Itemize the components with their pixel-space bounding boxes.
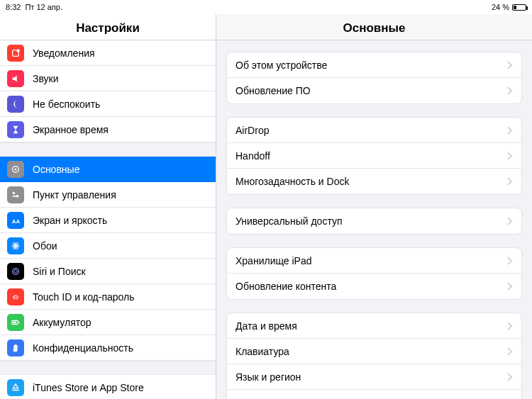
main-scroll[interactable]: Об этом устройстве Обновление ПО AirDrop…: [216, 40, 532, 399]
battery-settings-icon: [7, 314, 24, 331]
sidebar-item-label: Конфиденциальность: [33, 342, 133, 354]
sounds-icon: [7, 70, 24, 87]
sidebar-item-dnd[interactable]: Не беспокоить: [0, 91, 216, 117]
status-bar: 8:32 Пт 12 апр. 24 %: [0, 0, 532, 14]
sidebar-group-separator: [0, 142, 216, 157]
battery-pct: 24 %: [492, 3, 509, 11]
sidebar-item-appstore[interactable]: iTunes Store и App Store: [0, 375, 216, 399]
hourglass-icon: [7, 121, 24, 138]
battery-icon: [512, 4, 526, 11]
row-label: Язык и регион: [235, 371, 301, 383]
sidebar-list[interactable]: Уведомления Звуки Не беспокоить Экранное…: [0, 40, 216, 399]
wallpaper-icon: [7, 237, 24, 254]
settings-sidebar: Настройки Уведомления Звуки Не беспокоит…: [0, 14, 216, 399]
sidebar-item-label: Аккумулятор: [33, 317, 92, 328]
sidebar-item-sounds[interactable]: Звуки: [0, 66, 216, 91]
row-label: Хранилище iPad: [235, 255, 312, 266]
row-label: Универсальный доступ: [235, 215, 343, 227]
sidebar-item-siri[interactable]: Siri и Поиск: [0, 259, 216, 284]
row-handoff[interactable]: Handoff: [227, 143, 521, 169]
sidebar-item-label: Основные: [33, 164, 79, 175]
chevron-right-icon: [507, 373, 513, 381]
sidebar-item-battery[interactable]: Аккумулятор: [0, 310, 216, 335]
settings-group: Об этом устройстве Обновление ПО: [226, 52, 522, 104]
chevron-right-icon: [507, 86, 513, 95]
sidebar-item-privacy[interactable]: Конфиденциальность: [0, 335, 216, 361]
main-title: Основные: [216, 14, 532, 40]
settings-group: Универсальный доступ: [226, 208, 522, 235]
status-time: 8:32: [6, 3, 21, 11]
fingerprint-icon: [7, 288, 24, 305]
row-label: Об этом устройстве: [235, 60, 327, 71]
sidebar-item-label: Пункт управления: [33, 189, 116, 201]
sidebar-item-label: Уведомления: [33, 47, 95, 59]
sidebar-item-touchid[interactable]: Touch ID и код-пароль: [0, 284, 216, 310]
display-icon: AA: [7, 212, 24, 229]
sidebar-item-label: Экранное время: [33, 124, 109, 135]
row-label: AirDrop: [235, 125, 269, 136]
sidebar-item-label: Обои: [33, 240, 57, 252]
main-panel: Основные Об этом устройстве Обновление П…: [216, 14, 532, 399]
sidebar-group-separator: [0, 361, 216, 375]
status-date: Пт 12 апр.: [25, 3, 62, 11]
sidebar-item-label: Не беспокоить: [33, 99, 100, 110]
sidebar-item-label: Touch ID и код-пароль: [33, 291, 135, 303]
svg-point-13: [14, 269, 17, 272]
chevron-right-icon: [507, 61, 513, 69]
row-label: Обновление контента: [235, 281, 336, 292]
sidebar-item-notifications[interactable]: Уведомления: [0, 40, 216, 66]
row-label: Клавиатура: [235, 346, 289, 357]
sidebar-item-label: iTunes Store и App Store: [33, 382, 144, 393]
sidebar-item-display[interactable]: AA Экран и яркость: [0, 208, 216, 233]
chevron-right-icon: [507, 322, 513, 330]
row-date-time[interactable]: Дата и время: [227, 313, 521, 339]
chevron-right-icon: [507, 282, 513, 291]
row-label: Многозадачность и Dock: [235, 176, 349, 187]
appstore-icon: [7, 379, 24, 396]
row-accessibility[interactable]: Универсальный доступ: [227, 208, 521, 234]
svg-point-6: [16, 195, 19, 198]
row-background-refresh[interactable]: Обновление контента: [227, 274, 521, 299]
chevron-right-icon: [507, 257, 513, 265]
sidebar-title: Настройки: [0, 14, 216, 40]
notifications-icon: [7, 45, 24, 62]
svg-point-4: [13, 191, 16, 194]
row-storage[interactable]: Хранилище iPad: [227, 248, 521, 274]
sidebar-item-label: Экран и яркость: [33, 215, 107, 226]
settings-group: AirDrop Handoff Многозадачность и Dock: [226, 117, 522, 195]
sidebar-item-screentime[interactable]: Экранное время: [0, 117, 216, 142]
row-about[interactable]: Об этом устройстве: [227, 52, 521, 78]
switches-icon: [7, 186, 24, 203]
row-multitasking[interactable]: Многозадачность и Dock: [227, 169, 521, 194]
sidebar-item-wallpaper[interactable]: Обои: [0, 233, 216, 259]
row-label: Handoff: [235, 150, 270, 162]
sidebar-item-general[interactable]: Основные: [0, 157, 216, 182]
svg-text:AA: AA: [12, 218, 21, 224]
row-keyboard[interactable]: Клавиатура: [227, 339, 521, 364]
hand-icon: [7, 339, 24, 356]
gear-icon: [7, 161, 24, 178]
row-software-update[interactable]: Обновление ПО: [227, 78, 521, 103]
row-dictionary[interactable]: Словарь: [227, 390, 521, 399]
chevron-right-icon: [507, 126, 513, 135]
settings-group: Дата и время Клавиатура Язык и регион Сл…: [226, 313, 522, 399]
chevron-right-icon: [507, 347, 513, 356]
chevron-right-icon: [507, 177, 513, 186]
settings-group: Хранилище iPad Обновление контента: [226, 247, 522, 300]
chevron-right-icon: [507, 152, 513, 160]
svg-point-1: [16, 49, 19, 52]
chevron-right-icon: [507, 217, 513, 225]
svg-point-3: [14, 168, 16, 170]
svg-point-12: [13, 268, 19, 274]
siri-icon: [7, 263, 24, 280]
sidebar-item-label: Siri и Поиск: [33, 266, 86, 277]
row-language-region[interactable]: Язык и регион: [227, 364, 521, 390]
svg-rect-16: [13, 321, 16, 323]
moon-icon: [7, 96, 24, 113]
sidebar-item-control-center[interactable]: Пункт управления: [0, 182, 216, 208]
row-airdrop[interactable]: AirDrop: [227, 118, 521, 143]
svg-rect-15: [18, 322, 19, 323]
sidebar-item-label: Звуки: [33, 73, 59, 84]
row-label: Дата и время: [235, 320, 297, 332]
row-label: Обновление ПО: [235, 85, 311, 96]
